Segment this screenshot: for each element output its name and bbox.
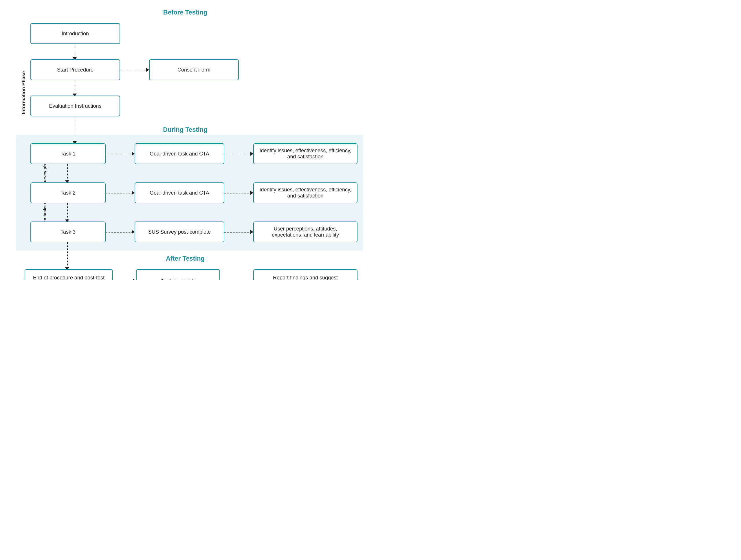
task2-to-cta2-arrow — [132, 191, 135, 195]
end-to-analyze-arrow — [133, 279, 136, 280]
task1-to-task2-connector — [67, 164, 68, 182]
task1-box: Task 1 — [30, 143, 106, 164]
start-to-consent-arrow — [146, 68, 149, 72]
introduction-box: Introduction — [30, 23, 120, 44]
information-phase-label: Information Phase — [21, 71, 26, 114]
task1-to-cta1-arrow — [132, 152, 135, 156]
start-procedure-box: Start Procedure — [30, 59, 120, 80]
task3-to-end-connector — [67, 242, 68, 268]
task3-to-sus-connector — [106, 232, 133, 233]
task2-to-cta2-connector — [106, 193, 133, 193]
task3-box: Task 3 — [30, 222, 106, 242]
before-testing-header: Before Testing — [0, 9, 370, 16]
task1-cta-box: Goal-driven task and CTA — [135, 143, 224, 164]
task2-cta-box: Goal-driven task and CTA — [135, 182, 224, 203]
analyze-results-box: Analyze results — [136, 269, 220, 280]
consent-form-box: Consent Form — [149, 59, 239, 80]
eval-to-task1-connector — [75, 116, 75, 142]
sus-to-perceptions-arrow — [250, 230, 253, 234]
task1-to-cta1-connector — [106, 154, 133, 154]
evaluation-instructions-box: Evaluation Instructions — [30, 96, 120, 116]
task3-perceptions-box: User perceptions, attitudes, expectation… — [253, 222, 357, 242]
task2-to-task3-connector — [67, 203, 68, 221]
intro-to-start-connector — [75, 44, 75, 59]
start-to-eval-connector — [75, 80, 75, 95]
task2-issues-box: Identify issues, effectiveness, efficien… — [253, 182, 357, 203]
diagram-container: Before Testing Information Phase Introdu… — [0, 0, 370, 12]
during-testing-header: During Testing — [0, 126, 370, 133]
task1-issues-box: Identify issues, effectiveness, efficien… — [253, 143, 357, 164]
after-testing-header: After Testing — [0, 255, 370, 262]
start-to-consent-connector — [120, 70, 148, 70]
cta2-to-issues2-connector — [224, 193, 252, 193]
cta1-to-issues1-arrow — [250, 152, 253, 156]
task3-sus-box: SUS Survey post-complete — [135, 222, 224, 242]
cta1-to-issues1-connector — [224, 154, 252, 154]
task3-to-sus-arrow — [132, 230, 135, 234]
report-findings-box: Report findings and suggest reccomendati… — [253, 269, 357, 280]
end-procedure-box: End of procedure and post-test wrap up — [24, 269, 113, 280]
sus-to-perceptions-connector — [224, 232, 252, 233]
task2-box: Task 2 — [30, 182, 106, 203]
cta2-to-issues2-arrow — [250, 191, 253, 195]
